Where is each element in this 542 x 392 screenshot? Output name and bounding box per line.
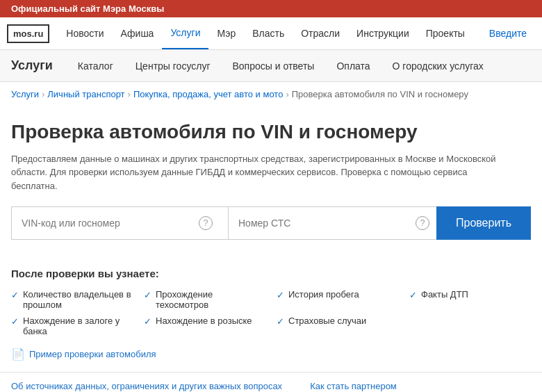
check-item-label-6: Страховые случаи xyxy=(288,316,366,326)
sts-input-wrapper: ? xyxy=(228,206,436,240)
check-item-label-1: Прохождение техосмотров xyxy=(156,289,265,310)
example-link-label: Пример проверки автомобиля xyxy=(29,349,156,359)
login-link[interactable]: Введите xyxy=(481,18,535,49)
after-check-section: После проверки вы узнаете: ✓ Количество … xyxy=(11,256,531,361)
bottom-links: Об источниках данных, ограничениях и дру… xyxy=(0,372,542,392)
nav-item-vlast[interactable]: Власть xyxy=(244,18,293,49)
input-divider xyxy=(220,206,228,240)
sts-input[interactable] xyxy=(228,206,436,240)
vin-input[interactable] xyxy=(11,206,220,240)
page-description: Предоставляем данные о машинах и других … xyxy=(11,152,498,193)
nav-item-projects[interactable]: Проекты xyxy=(418,18,473,49)
check-icon-0: ✓ xyxy=(11,290,19,300)
nav-item-afisha[interactable]: Афиша xyxy=(113,18,163,49)
check-item-7 xyxy=(409,316,531,336)
main-nav: mos.ru Новости Афиша Услуги Мэр Власть О… xyxy=(0,17,542,50)
nav-item-services[interactable]: Услуги xyxy=(162,17,208,49)
check-icon-3: ✓ xyxy=(409,290,417,300)
sec-nav-catalog[interactable]: Каталог xyxy=(67,51,124,81)
breadcrumb-sep-3: › xyxy=(286,89,288,99)
check-item-label-5: Нахождение в розыске xyxy=(156,316,252,326)
page-title: Проверка автомобиля по VIN и госномеру xyxy=(11,120,531,144)
check-icon-4: ✓ xyxy=(11,316,19,327)
breadcrumb-transport[interactable]: Личный транспорт xyxy=(47,89,124,99)
check-icon-6: ✓ xyxy=(277,316,284,327)
check-item-2: ✓ История пробега xyxy=(277,289,398,310)
main-nav-items: Новости Афиша Услуги Мэр Власть Отрасли … xyxy=(58,17,481,49)
breadcrumb-sep-2: › xyxy=(128,89,131,99)
nav-item-mayor[interactable]: Мэр xyxy=(208,18,244,49)
search-form: ? ? Проверить xyxy=(11,206,531,240)
breadcrumb-current: Проверка автомобиля по VIN и госномеру xyxy=(292,89,468,99)
breadcrumb-sep-1: › xyxy=(42,89,44,99)
main-content: Проверка автомобиля по VIN и госномеру П… xyxy=(0,106,542,372)
check-item-5: ✓ Нахождение в розыске xyxy=(144,316,265,336)
document-icon: 📄 xyxy=(11,348,25,361)
check-item-1: ✓ Прохождение техосмотров xyxy=(144,289,265,310)
top-red-bar: Официальный сайт Мэра Москвы xyxy=(0,0,542,17)
check-item-label-3: Факты ДТП xyxy=(421,289,468,300)
check-icon-2: ✓ xyxy=(277,290,284,300)
nav-item-news[interactable]: Новости xyxy=(58,18,112,49)
check-item-label-4: Нахождение в залоге у банка xyxy=(23,316,133,336)
vin-help-icon[interactable]: ? xyxy=(199,216,213,230)
top-bar-label: Официальный сайт Мэра Москвы xyxy=(11,3,164,14)
breadcrumb-services[interactable]: Услуги xyxy=(11,89,39,99)
secondary-nav: Услуги Каталог Центры госуслуг Вопросы и… xyxy=(0,50,542,82)
nav-item-instructions[interactable]: Инструкции xyxy=(348,18,418,49)
secondary-nav-title: Услуги xyxy=(11,50,67,81)
sts-help-icon[interactable]: ? xyxy=(416,216,429,230)
check-item-4: ✓ Нахождение в залоге у банка xyxy=(11,316,133,336)
example-link[interactable]: 📄 Пример проверки автомобиля xyxy=(11,348,531,361)
sec-nav-centers[interactable]: Центры госуслуг xyxy=(124,51,222,81)
check-item-label-2: История пробега xyxy=(288,289,359,300)
after-check-title: После проверки вы узнаете: xyxy=(11,268,531,279)
bottom-link-partner[interactable]: Как стать партнером xyxy=(310,381,397,391)
check-button[interactable]: Проверить xyxy=(436,206,531,240)
nav-item-industries[interactable]: Отрасли xyxy=(293,18,348,49)
sec-nav-payment[interactable]: Оплата xyxy=(325,51,381,81)
check-icon-5: ✓ xyxy=(144,316,151,327)
breadcrumb: Услуги › Личный транспорт › Покупка, про… xyxy=(0,82,542,106)
check-icon-1: ✓ xyxy=(144,290,151,300)
check-item-6: ✓ Страховые случаи xyxy=(277,316,398,336)
bottom-link-sources[interactable]: Об источниках данных, ограничениях и дру… xyxy=(11,381,282,391)
secondary-nav-items: Каталог Центры госуслуг Вопросы и ответы… xyxy=(67,51,495,81)
check-item-label-0: Количество владельцев в прошлом xyxy=(23,289,133,310)
sec-nav-about[interactable]: О городских услугах xyxy=(381,51,495,81)
check-items-grid: ✓ Количество владельцев в прошлом ✓ Прох… xyxy=(11,289,531,336)
breadcrumb-purchase[interactable]: Покупка, продажа, учет авто и мото xyxy=(133,89,283,99)
logo[interactable]: mos.ru xyxy=(7,24,49,43)
check-item-0: ✓ Количество владельцев в прошлом xyxy=(11,289,133,310)
vin-input-wrapper: ? xyxy=(11,206,220,240)
sec-nav-questions[interactable]: Вопросы и ответы xyxy=(222,51,326,81)
check-item-3: ✓ Факты ДТП xyxy=(409,289,531,310)
